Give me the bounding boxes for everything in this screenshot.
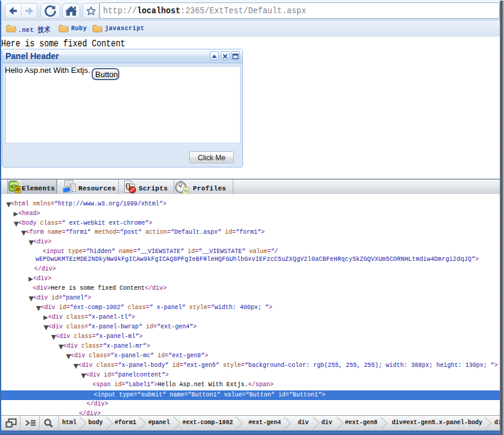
svg-text:%: %	[184, 188, 189, 194]
